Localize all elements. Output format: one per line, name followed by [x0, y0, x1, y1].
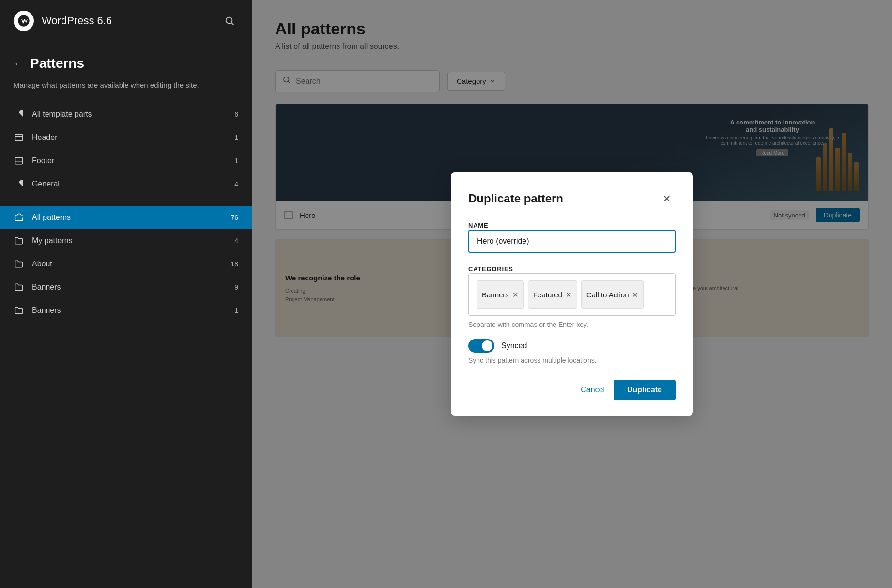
sidebar-item-count: 1 — [234, 307, 238, 314]
sidebar-item-my-patterns[interactable]: My patterns 4 — [0, 229, 252, 252]
sidebar-item-count: 1 — [234, 134, 238, 141]
patterns-nav-header: ← Patterns — [0, 40, 252, 76]
remove-call-to-action-button[interactable]: ✕ — [632, 291, 638, 298]
modal-close-button[interactable] — [658, 190, 676, 207]
duplicate-pattern-modal: Duplicate pattern NAME CATEGORIES Banner… — [451, 172, 693, 416]
main-content: All patterns A list of all patterns from… — [252, 0, 892, 588]
sidebar-item-label: Banners — [32, 283, 227, 292]
synced-label: Synced — [501, 341, 527, 350]
modal-overlay[interactable]: Duplicate pattern NAME CATEGORIES Banner… — [252, 0, 892, 588]
category-tag-label: Call to Action — [586, 291, 629, 299]
sidebar-item-label: General — [32, 180, 227, 188]
pattern-name-input[interactable] — [468, 230, 676, 253]
folder-icon — [14, 305, 24, 316]
sidebar-item-general[interactable]: General 4 — [0, 172, 252, 196]
wp-logo — [14, 11, 34, 31]
sidebar-item-footer[interactable]: Footer 1 — [0, 149, 252, 172]
name-field-label: NAME — [468, 222, 488, 229]
folder-icon — [14, 212, 24, 223]
sidebar-header: WordPress 6.6 — [0, 0, 252, 40]
toggle-knob — [482, 340, 492, 351]
sidebar-item-count: 9 — [234, 283, 238, 291]
sidebar-item-count: 76 — [231, 214, 238, 221]
categories-hint: Separate with commas or the Enter key. — [468, 321, 676, 328]
sidebar-item-banners2[interactable]: Banners 1 — [0, 299, 252, 322]
category-tag-banners: Banners ✕ — [477, 280, 524, 309]
svg-rect-3 — [15, 134, 23, 141]
svg-rect-5 — [15, 157, 23, 164]
footer-icon — [14, 155, 24, 166]
sidebar-item-label: Header — [32, 133, 227, 142]
category-tag-label: Featured — [533, 291, 562, 299]
diamond-icon — [14, 179, 24, 189]
category-tag-call-to-action: Call to Action ✕ — [581, 280, 644, 309]
sidebar-item-label: All template parts — [32, 110, 227, 119]
remove-banners-button[interactable]: ✕ — [512, 291, 519, 298]
nav-section-title: Patterns — [30, 56, 84, 71]
sidebar-item-label: My patterns — [32, 236, 227, 245]
header-icon — [14, 132, 24, 143]
sidebar-item-header[interactable]: Header 1 — [0, 126, 252, 149]
sidebar-item-about[interactable]: About 18 — [0, 252, 252, 276]
folder-icon — [14, 235, 24, 246]
category-tag-featured: Featured ✕ — [528, 280, 577, 309]
sidebar-item-count: 1 — [234, 157, 238, 165]
synced-row: Synced — [468, 339, 676, 353]
svg-line-1 — [231, 23, 233, 25]
synced-hint: Sync this pattern across multiple locati… — [468, 356, 676, 364]
global-search-button[interactable] — [221, 12, 238, 30]
sidebar-item-label: Banners — [32, 306, 227, 315]
svg-point-0 — [226, 17, 232, 24]
nav-divider — [0, 201, 252, 201]
svg-rect-7 — [18, 180, 23, 187]
modal-header: Duplicate pattern — [468, 190, 676, 207]
sidebar-item-count: 4 — [234, 237, 238, 245]
sidebar-item-label: All patterns — [32, 213, 223, 222]
categories-field-label: CATEGORIES — [468, 265, 513, 273]
remove-featured-button[interactable]: ✕ — [566, 291, 572, 298]
category-tag-label: Banners — [482, 291, 509, 299]
sidebar-item-all-template-parts[interactable]: All template parts 6 — [0, 103, 252, 126]
sidebar: WordPress 6.6 ← Patterns Manage what pat… — [0, 0, 252, 588]
nav-list: All template parts 6 Header 1 Footer 1 G… — [0, 103, 252, 588]
modal-title: Duplicate pattern — [468, 192, 563, 205]
sidebar-item-all-patterns[interactable]: All patterns 76 — [0, 206, 252, 229]
categories-box: Banners ✕ Featured ✕ Call to Action ✕ — [468, 273, 676, 316]
modal-footer: Cancel Duplicate — [468, 380, 676, 400]
nav-description: Manage what patterns are available when … — [0, 76, 252, 103]
svg-rect-2 — [18, 110, 23, 117]
modal-duplicate-button[interactable]: Duplicate — [614, 380, 676, 400]
sidebar-item-count: 4 — [234, 180, 238, 188]
back-button[interactable]: ← — [14, 58, 23, 69]
sidebar-item-count: 18 — [231, 260, 238, 268]
sidebar-item-count: 6 — [234, 110, 238, 118]
sidebar-item-label: About — [32, 260, 223, 268]
diamond-icon — [14, 109, 24, 120]
app-title: WordPress 6.6 — [42, 15, 213, 27]
cancel-button[interactable]: Cancel — [581, 381, 605, 399]
folder-icon — [14, 282, 24, 293]
sidebar-item-banners[interactable]: Banners 9 — [0, 276, 252, 299]
synced-toggle[interactable] — [468, 339, 494, 353]
folder-icon — [14, 259, 24, 269]
sidebar-item-label: Footer — [32, 156, 227, 165]
